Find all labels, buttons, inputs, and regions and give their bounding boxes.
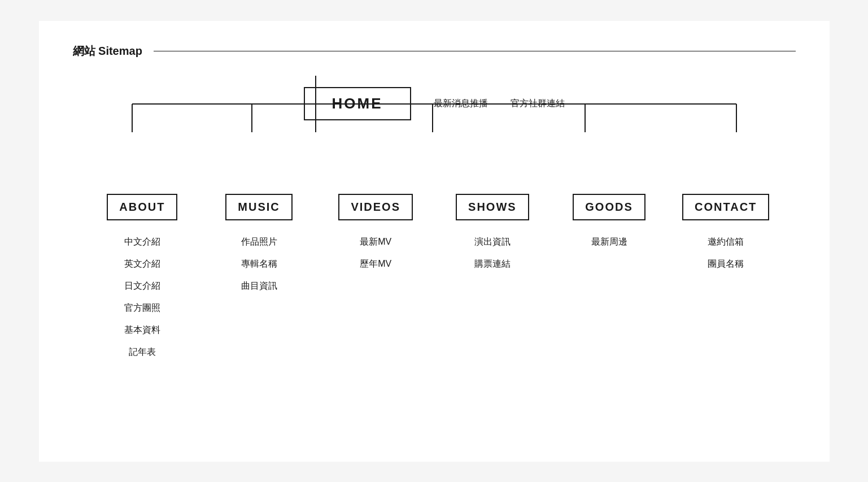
home-extras: 最新消息推播 官方社群連結 (434, 98, 565, 110)
child-column-goods: GOODS 最新周邊 (551, 194, 668, 248)
nav-contact[interactable]: CONTACT (682, 194, 769, 220)
page-title: 網站 Sitemap (73, 44, 142, 59)
videos-item-1: 歷年MV (360, 258, 391, 270)
contact-item-1: 團員名稱 (708, 258, 744, 270)
about-item-4: 基本資料 (124, 324, 160, 336)
nav-goods[interactable]: GOODS (573, 194, 645, 220)
shows-item-1: 購票連結 (474, 258, 511, 270)
music-item-0: 作品照片 (241, 236, 277, 248)
about-item-3: 官方團照 (124, 302, 160, 314)
card: 網站 Sitemap HOME 最新消息推播 官方社群連結 (39, 21, 830, 462)
home-extra-social: 官方社群連結 (511, 98, 565, 110)
sitemap-container: HOME 最新消息推播 官方社群連結 (73, 76, 796, 358)
videos-items: 最新MV 歷年MV (360, 236, 391, 270)
about-items: 中文介紹 英文介紹 日文介紹 官方團照 基本資料 記年表 (124, 236, 160, 358)
child-column-about: ABOUT 中文介紹 英文介紹 日文介紹 官方團照 基本資料 記年表 (84, 194, 201, 358)
tree-spacer (73, 120, 796, 194)
nav-about[interactable]: ABOUT (107, 194, 177, 220)
children-row: ABOUT 中文介紹 英文介紹 日文介紹 官方團照 基本資料 記年表 MUSIC… (73, 194, 796, 358)
title-line (154, 51, 796, 51)
about-item-1: 英文介紹 (124, 258, 160, 270)
child-column-contact: CONTACT 邀約信箱 團員名稱 (668, 194, 784, 270)
home-row: HOME 最新消息推播 官方社群連結 (73, 87, 796, 120)
videos-item-0: 最新MV (360, 236, 391, 248)
music-item-1: 專輯名稱 (241, 258, 277, 270)
about-item-5: 記年表 (129, 346, 156, 358)
page: 網站 Sitemap HOME 最新消息推播 官方社群連結 (0, 0, 868, 482)
music-items: 作品照片 專輯名稱 曲目資訊 (241, 236, 277, 292)
contact-items: 邀約信箱 團員名稱 (708, 236, 744, 270)
shows-items: 演出資訊 購票連結 (474, 236, 511, 270)
child-column-videos: VIDEOS 最新MV 歷年MV (317, 194, 434, 270)
about-item-2: 日文介紹 (124, 280, 160, 292)
nav-videos[interactable]: VIDEOS (338, 194, 413, 220)
music-item-2: 曲目資訊 (241, 280, 277, 292)
home-extra-news: 最新消息推播 (434, 98, 488, 110)
goods-items: 最新周邊 (591, 236, 627, 248)
about-item-0: 中文介紹 (124, 236, 160, 248)
home-box[interactable]: HOME (304, 87, 411, 120)
child-column-music: MUSIC 作品照片 專輯名稱 曲目資訊 (200, 194, 317, 292)
shows-item-0: 演出資訊 (474, 236, 511, 248)
nav-shows[interactable]: SHOWS (456, 194, 529, 220)
header-row: 網站 Sitemap (73, 44, 796, 59)
child-column-shows: SHOWS 演出資訊 購票連結 (434, 194, 551, 270)
contact-item-0: 邀約信箱 (708, 236, 744, 248)
goods-item-0: 最新周邊 (591, 236, 627, 248)
nav-music[interactable]: MUSIC (225, 194, 292, 220)
